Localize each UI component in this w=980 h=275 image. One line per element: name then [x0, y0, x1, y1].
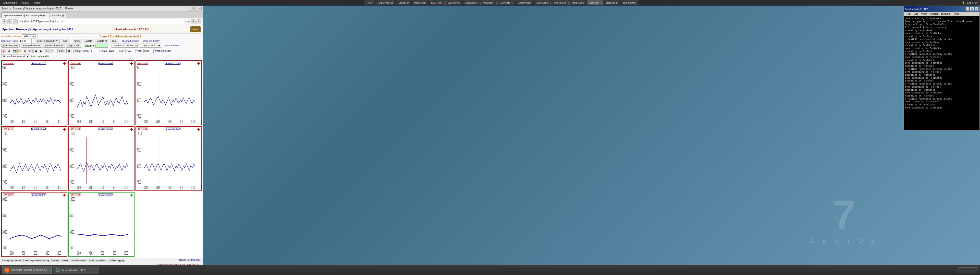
what-are-these-2[interactable]: What are these? — [164, 44, 181, 47]
tags-fits-btn[interactable]: Tags & Fits — [66, 44, 81, 47]
reload-btn[interactable]: Reload — [51, 259, 60, 262]
multi-btn[interactable]: multi — [61, 39, 69, 43]
midas-menu-help[interactable]: Help — [952, 13, 960, 15]
menu-button[interactable]: ≡ — [197, 19, 201, 24]
tab-experiment[interactable]: Experiment @ — [376, 0, 395, 5]
xmin-input[interactable] — [89, 49, 100, 53]
enable-logging-btn[interactable]: Enable Logging — [108, 259, 125, 262]
plot-cell-2[interactable]: 174 (0x64) ■ aida4 1.8.W ◆ 10500 9000 80… — [68, 60, 135, 125]
tab-lost[interactable]: Lost activity — [463, 0, 479, 5]
close-button[interactable]: × — [198, 7, 202, 10]
svg-text:11000: 11000 — [137, 131, 142, 136]
empty-log-btn[interactable]: Empty Log Window — [2, 259, 22, 262]
tab-spectrum[interactable]: Spectrum : — [587, 0, 603, 5]
ymin-input[interactable] — [125, 49, 135, 53]
svg-rect-0 — [2, 61, 67, 125]
load-icon[interactable]: 📂 — [18, 49, 22, 53]
maximize-button[interactable]: □ — [193, 7, 197, 10]
layout-select[interactable]: Layout 4×8 ▼ — [140, 44, 161, 47]
tab-module-se[interactable]: Module Se: — [412, 0, 428, 5]
show-log-btn[interactable]: Show Log Window — [88, 259, 107, 262]
midas-menu-terminal[interactable]: Terminal — [939, 13, 952, 15]
show-btn[interactable]: Show — [73, 39, 82, 43]
ymax-input[interactable] — [143, 49, 154, 53]
log-buttons-bar: Empty Log Window Send Log Window to ELog… — [0, 258, 203, 263]
settings-icon[interactable]: ⚙ — [44, 49, 49, 53]
select-spectrum-btn[interactable]: Select a spectrum ▼ — [35, 39, 60, 43]
analysis-functions-btn[interactable]: Analysis functions — [43, 44, 65, 47]
info-icon[interactable]: ? — [49, 49, 54, 53]
zero-btn[interactable]: Zero — [110, 39, 118, 43]
how-to-use[interactable]: How to use this page — [179, 259, 200, 262]
url-bar[interactable]: localhost:8015/Spectrum/Spectrum.trl — [19, 19, 184, 24]
number-galleries-select[interactable]: Number of Galleries — [111, 44, 139, 47]
update-all-btn[interactable]: Update All — [95, 39, 109, 43]
spectrum-name-input[interactable] — [19, 39, 32, 43]
midas-menu-file[interactable]: File — [905, 13, 912, 15]
show-variables-btn[interactable]: Show Variables — [70, 259, 87, 262]
plot-cell-5[interactable]: 174 (0x64) ■ aida4 1.8.W ◆ 11000 9000 80… — [68, 126, 135, 191]
zoom-in-icon[interactable]: ⊕ — [23, 49, 27, 53]
update-rate-select[interactable]: Update Rate (8 secs) — [1, 54, 30, 58]
tab-waveform[interactable]: Waveform : — [480, 0, 496, 5]
tab-led[interactable]: LED and W: — [445, 0, 462, 5]
svg-text:800: 800 — [113, 184, 116, 190]
tab-aida[interactable]: AIDA — [366, 0, 375, 5]
tab-discriminati[interactable]: Discriminati: — [516, 0, 533, 5]
midas-menu-view[interactable]: View — [920, 13, 928, 15]
plot-cell-3[interactable]: 174 (0x65) ■ aida17 1.8.W ◆ 9500 8500 80… — [135, 60, 202, 125]
applications-menu[interactable]: Applications — [2, 0, 18, 6]
tab-gsi[interactable]: GSI White R: — [497, 0, 515, 5]
minimize-button[interactable]: _ — [189, 7, 192, 10]
plot-cell-6[interactable]: 174 (0x56) ■ aida15 1.8.W ◆ 11000 9000 8… — [135, 126, 202, 191]
send-log-btn[interactable]: Send Log Window to ELog — [24, 259, 50, 262]
new-btn[interactable]: new — [57, 49, 65, 53]
plot-cell-4[interactable]: 174 (0x43) ■ aida9 1.8.W ◆ 11000 9000 80… — [1, 126, 67, 191]
midas-menu-edit[interactable]: Edit — [912, 13, 920, 15]
bottom-input[interactable] — [958, 267, 978, 273]
places-menu[interactable]: Places — [19, 0, 30, 6]
arrange-functions-btn[interactable]: Arrange functions — [21, 44, 42, 47]
tab-control[interactable]: Control @ — [396, 0, 411, 5]
acq-server-select[interactable]: aida13 — [22, 34, 36, 38]
forward-button[interactable]: ▸ — [7, 19, 12, 24]
tab-asic[interactable]: ASIC Contr: — [534, 0, 551, 5]
plot-svg-4: 11000 9000 8000 7500 200 400 600 800 100… — [2, 127, 67, 191]
reset-btn[interactable]: Reset — [61, 259, 69, 262]
channel-input[interactable] — [95, 44, 108, 47]
zoom-out-icon[interactable]: ⊖ — [28, 49, 33, 53]
tab-run-control[interactable]: Run Contro: — [621, 0, 638, 5]
stop-icon[interactable]: ● — [1, 49, 6, 53]
plot-cell-1[interactable]: 174 (0x63) ■ aida13 1.8.W ◆ 9500 8500 80… — [1, 60, 67, 125]
what-are-these-label[interactable]: What are these? — [143, 40, 159, 42]
tab-fadc[interactable]: FADC Alig: — [429, 0, 445, 5]
what-are-these-3[interactable]: What are these? — [155, 50, 172, 52]
firefox-menu[interactable]: Firefox — [31, 0, 42, 6]
all-btn[interactable]: all — [66, 49, 72, 53]
reload-button[interactable]: ↻ — [13, 19, 18, 24]
tab-system[interactable]: System wid: — [552, 0, 569, 5]
view-functions-btn[interactable]: View functions — [1, 44, 20, 47]
midas-maximize[interactable]: □ — [970, 7, 974, 11]
midas-minimize[interactable]: _ — [966, 7, 969, 11]
plot-cell-7[interactable]: 174 (0x87) ■ aida13 1.5.W ◆ 9000 8500 80… — [1, 192, 67, 257]
browser-tab-active[interactable]: Spectrum Browser @ http carme-gsi.cryr..… — [1, 13, 49, 18]
svg-text:600: 600 — [34, 184, 37, 190]
midas-menu-search[interactable]: Search — [928, 13, 939, 15]
xmax-input[interactable] — [108, 49, 118, 53]
linear-btn[interactable]: linear — [73, 49, 83, 53]
tab-temperature[interactable]: Temperatur: — [570, 0, 586, 5]
save-icon[interactable]: 💾 — [12, 49, 17, 53]
update-btn[interactable]: Update — [83, 39, 94, 43]
plot-cell-8[interactable]: 174 (0x75) ■ aida14 1.8.W ◆ 10000 8500 8… — [68, 192, 135, 257]
bottom-btn-spectrum[interactable]: 🦊 Spectrum Browser @ carme-gsi... — [2, 266, 52, 274]
arrow-left-icon[interactable]: ◀ — [33, 49, 38, 53]
print-icon[interactable]: 🖨 — [6, 49, 11, 53]
back-button[interactable]: ◂ — [2, 19, 6, 24]
midas-close[interactable]: × — [975, 7, 978, 11]
tab-statistics[interactable]: Statistics @ — [604, 0, 620, 5]
bookmark-button[interactable]: ★ — [191, 19, 196, 24]
arrow-right-icon[interactable]: ▶ — [39, 49, 43, 53]
browser-tab-stats[interactable]: Statistics @ — [50, 13, 67, 18]
bottom-btn-midas[interactable]: 📺 AIDA MIDAS HTTPd — [53, 266, 99, 274]
